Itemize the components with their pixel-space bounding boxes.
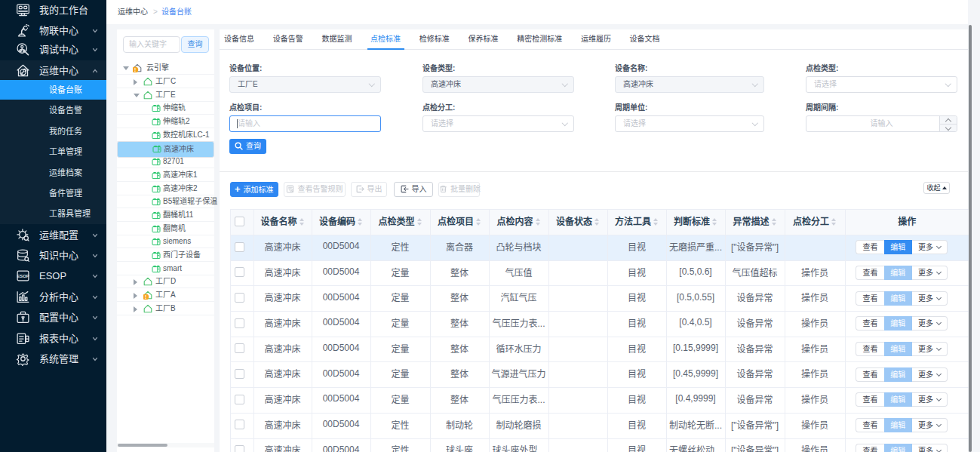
svg-text:!: ! xyxy=(145,294,146,300)
svg-text:ESOP: ESOP xyxy=(17,274,29,278)
svg-text:!: ! xyxy=(134,67,136,72)
